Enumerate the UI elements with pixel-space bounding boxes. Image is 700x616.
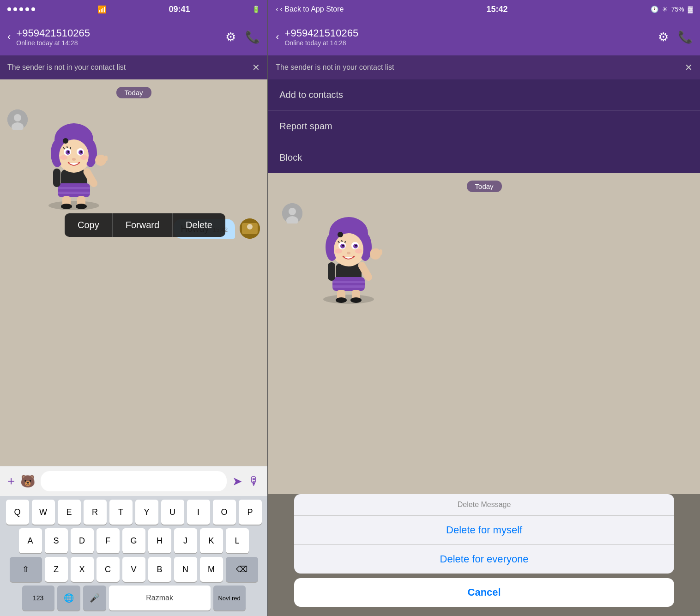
key-g[interactable]: G: [122, 528, 145, 553]
svg-point-41: [289, 208, 296, 215]
svg-point-69: [347, 252, 350, 254]
add-to-contacts-item[interactable]: Add to contacts: [268, 79, 700, 111]
key-k[interactable]: K: [200, 528, 223, 553]
sticker-character-svg-right: [307, 203, 390, 305]
back-appstore[interactable]: ‹ ‹ Back to App Store: [276, 5, 344, 13]
svg-rect-47: [332, 285, 365, 288]
key-q[interactable]: Q: [6, 500, 29, 525]
keyboard: Q W E R T Y U I O P A S D F G H J K L ⇧ …: [0, 496, 267, 616]
key-w[interactable]: W: [32, 500, 55, 525]
battery-right: ▓: [688, 6, 693, 13]
key-mic[interactable]: 🎤: [83, 586, 106, 610]
left-panel: 📶 09:41 🔋 ‹ +959421510265 Online today a…: [0, 0, 267, 616]
key-newline[interactable]: Novi red: [213, 586, 246, 610]
chat-area-right: Today: [268, 173, 700, 616]
block-item[interactable]: Block: [268, 142, 700, 173]
key-row-4: 123 🌐 🎤 Razmak Novi red: [2, 586, 266, 610]
key-j[interactable]: J: [174, 528, 197, 553]
svg-point-3: [48, 201, 99, 210]
key-a[interactable]: A: [19, 528, 42, 553]
key-u[interactable]: U: [161, 500, 184, 525]
forward-button[interactable]: Forward: [113, 213, 173, 237]
header-icons-right: ⚙ 📞: [658, 30, 693, 44]
status-bar-left: 📶 09:41 🔋: [0, 0, 267, 18]
header-icons-left: ⚙ 📞: [225, 30, 260, 44]
key-z[interactable]: Z: [45, 557, 68, 582]
svg-point-51: [350, 297, 362, 303]
key-shift[interactable]: ⇧: [10, 557, 42, 582]
plus-icon[interactable]: +: [7, 474, 15, 489]
report-spam-item[interactable]: Report spam: [268, 111, 700, 142]
call-icon-right[interactable]: 📞: [678, 30, 693, 44]
alarm-icon: 🕐: [651, 6, 658, 13]
contact-banner-left: The sender is not in your contact list ✕: [0, 55, 267, 79]
delete-button[interactable]: Delete: [173, 213, 225, 237]
delete-for-myself-button[interactable]: Delete for myself: [294, 516, 674, 545]
key-123[interactable]: 123: [22, 586, 54, 610]
key-globe[interactable]: 🌐: [57, 586, 80, 610]
cancel-button[interactable]: Cancel: [294, 578, 674, 607]
key-t[interactable]: T: [109, 500, 133, 525]
svg-point-30: [63, 138, 68, 144]
today-label-right: Today: [467, 181, 502, 192]
sticker-image-left: [32, 109, 115, 211]
settings-icon-left[interactable]: ⚙: [225, 30, 236, 44]
online-status-left: Online today at 14:28: [16, 39, 220, 47]
contact-banner-right: The sender is not in your contact list ✕: [268, 55, 700, 79]
key-row-1: Q W E R T Y U I O P: [2, 500, 266, 525]
key-y[interactable]: Y: [135, 500, 158, 525]
key-s[interactable]: S: [45, 528, 68, 553]
call-icon-left[interactable]: 📞: [245, 30, 260, 44]
key-h[interactable]: H: [148, 528, 171, 553]
delete-dialog-inner: Delete Message Delete for myself Delete …: [294, 494, 674, 574]
sticker-icon[interactable]: 🐻: [20, 474, 35, 489]
svg-rect-73: [371, 249, 374, 256]
svg-line-66: [345, 241, 345, 243]
key-i[interactable]: I: [187, 500, 210, 525]
contact-banner-text-right: The sender is not in your contact list: [276, 63, 394, 72]
copy-button[interactable]: Copy: [65, 213, 113, 237]
svg-point-29: [72, 158, 76, 161]
key-f[interactable]: F: [97, 528, 120, 553]
mic-icon[interactable]: 🎙: [248, 474, 260, 489]
key-delete[interactable]: ⌫: [226, 557, 258, 582]
back-button-left[interactable]: ‹: [7, 31, 11, 43]
svg-rect-46: [332, 281, 365, 283]
key-d[interactable]: D: [71, 528, 94, 553]
key-space[interactable]: Razmak: [109, 586, 211, 610]
close-banner-left[interactable]: ✕: [252, 62, 260, 73]
online-status-right: Online today at 14:28: [285, 39, 652, 47]
delete-for-everyone-button[interactable]: Delete for everyone: [294, 545, 674, 574]
key-l[interactable]: L: [226, 528, 249, 553]
key-m[interactable]: M: [200, 557, 223, 582]
message-input[interactable]: [41, 471, 227, 491]
sent-avatar-left: [240, 218, 260, 239]
back-button-right[interactable]: ‹: [276, 31, 279, 43]
delete-dialog: Delete Message Delete for myself Delete …: [268, 494, 700, 616]
status-time-left: 09:41: [169, 5, 190, 14]
dot1: [7, 7, 11, 11]
settings-icon-right[interactable]: ⚙: [658, 30, 669, 44]
send-icon[interactable]: ➤: [232, 474, 242, 489]
header-info-left: +959421510265 Online today at 14:28: [16, 27, 220, 47]
key-b[interactable]: B: [148, 557, 171, 582]
key-c[interactable]: C: [97, 557, 120, 582]
key-r[interactable]: R: [84, 500, 107, 525]
key-p[interactable]: P: [239, 500, 262, 525]
sender-avatar-left: [7, 109, 28, 130]
dot4: [25, 7, 29, 11]
bluetooth-icon: ✳: [662, 6, 668, 13]
sticker-image-right: [307, 203, 390, 305]
close-banner-right[interactable]: ✕: [685, 62, 693, 73]
key-x[interactable]: X: [71, 557, 94, 582]
signal-dots: [7, 7, 35, 11]
svg-rect-6: [58, 187, 90, 189]
key-v[interactable]: V: [122, 557, 145, 582]
key-row-3: ⇧ Z X C V B N M ⌫: [2, 557, 266, 582]
svg-point-11: [76, 204, 87, 209]
key-n[interactable]: N: [174, 557, 197, 582]
status-bar-right: ‹ ‹ Back to App Store 15:42 🕐 ✳ 75% ▓: [268, 0, 700, 18]
key-o[interactable]: O: [213, 500, 236, 525]
header-info-right: +959421510265 Online today at 14:28: [285, 27, 652, 47]
key-e[interactable]: E: [58, 500, 81, 525]
